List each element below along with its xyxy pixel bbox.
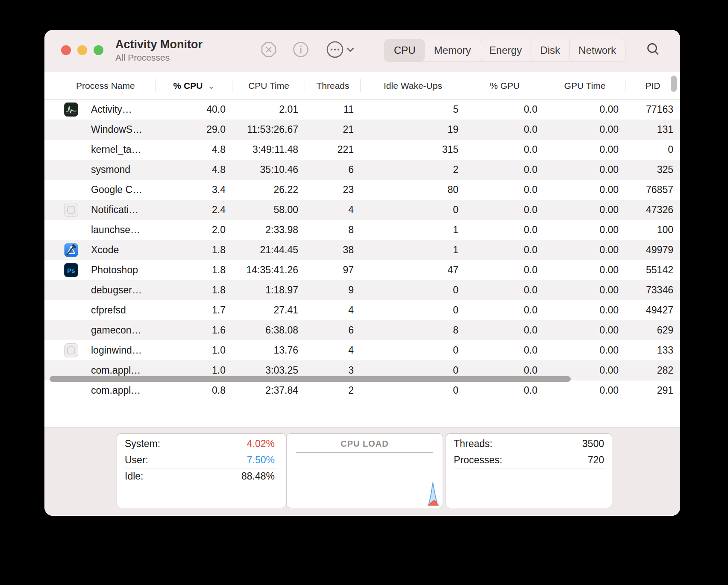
horizontal-scrollbar[interactable] (50, 376, 571, 382)
cell-threads: 4 (305, 200, 361, 220)
window-title: Activity Monitor (115, 37, 203, 52)
cell-gpu-time: 0.00 (544, 180, 625, 200)
stat-row-idle: Idle:88.48% (125, 468, 278, 484)
tab-disk[interactable]: Disk (531, 39, 569, 61)
column-header-gpu[interactable]: % GPU (465, 72, 544, 99)
cell-gpu: 0.0 (465, 300, 544, 320)
process-name-label: Xcode (91, 244, 119, 256)
tab-memory[interactable]: Memory (425, 39, 480, 61)
column-header-idle-wake-ups[interactable]: Idle Wake-Ups (361, 72, 465, 99)
process-name-label: gamecon… (91, 325, 141, 336)
ellipsis-circle-icon (326, 41, 344, 60)
cell-threads: 4 (305, 300, 361, 320)
column-header-cpu[interactable]: % CPU⌄ (156, 72, 232, 99)
cell-threads: 4 (305, 340, 361, 360)
stat-row-processes: Processes:720 (454, 452, 604, 468)
cell-cpu-time: 58.00 (232, 200, 305, 220)
cell-process-name: Notificati… (44, 200, 156, 220)
stat-value: 7.50% (247, 454, 278, 466)
process-table: Process Name% CPU⌄CPU TimeThreadsIdle Wa… (44, 72, 680, 401)
cell-idle-wake-ups: 0 (361, 280, 465, 300)
process-row[interactable]: gamecon…1.66:38.08680.00.00629 (44, 320, 680, 340)
search-button[interactable] (644, 41, 662, 59)
tab-energy[interactable]: Energy (480, 39, 531, 61)
cell-process-name: loginwind… (44, 340, 156, 360)
inspect-process-button[interactable] (292, 41, 310, 59)
activity-monitor-icon (64, 102, 78, 117)
options-dropdown-button[interactable] (345, 44, 356, 56)
process-row[interactable]: WindowS…29.011:53:26.6721190.00.00131 (44, 120, 680, 140)
cell-idle-wake-ups: 80 (361, 180, 465, 200)
process-row[interactable]: Notificati…2.458.00400.00.0047326 (44, 200, 680, 220)
process-row[interactable]: launchse…2.02:33.98810.00.00100 (44, 220, 680, 240)
cell-gpu-time: 0.00 (544, 240, 625, 260)
cell-process-name: launchse… (44, 220, 156, 240)
cell-pid: 291 (625, 380, 680, 401)
zoom-button[interactable] (94, 45, 103, 55)
cell-gpu: 0.0 (465, 180, 544, 200)
column-header-process-name[interactable]: Process Name (44, 72, 156, 99)
options-menu-button[interactable] (326, 41, 344, 59)
stat-row-user: User:7.50% (125, 452, 278, 468)
cell-gpu-time: 0.00 (544, 340, 625, 360)
cell-idle-wake-ups: 19 (361, 120, 465, 140)
cell-gpu-time: 0.00 (544, 380, 625, 401)
cell-cpu: 4.8 (156, 140, 232, 160)
cpu-summary-rows: System:4.02%User:7.50%Idle:88.48% (117, 434, 286, 484)
app-icon-placeholder (64, 143, 78, 157)
process-row[interactable]: PsPhotoshop1.814:35:41.2697470.00.005514… (44, 260, 680, 280)
cell-cpu-time: 1:18.97 (232, 280, 305, 300)
cell-gpu: 0.0 (465, 160, 544, 180)
process-row[interactable]: sysmond4.835:10.46620.00.00325 (44, 160, 680, 180)
cell-threads: 21 (305, 120, 361, 140)
cell-process-name: WindowS… (44, 120, 156, 140)
cpu-load-divider (296, 452, 433, 453)
cell-cpu: 40.0 (156, 99, 232, 120)
app-icon-placeholder (64, 383, 78, 398)
app-icon-placeholder (64, 223, 78, 237)
process-row[interactable]: Activity…40.02.011150.00.0077163 (44, 99, 680, 120)
process-row[interactable]: Google C…3.426.2223800.00.0076857 (44, 180, 680, 200)
desktop-background: { "window": { "title": "Activity Monitor… (0, 0, 728, 585)
cell-idle-wake-ups: 0 (361, 340, 465, 360)
cell-pid: 76857 (625, 180, 680, 200)
column-header-cpu-time[interactable]: CPU Time (232, 72, 305, 99)
cell-idle-wake-ups: 0 (361, 200, 465, 220)
tab-cpu[interactable]: CPU (385, 39, 425, 61)
cell-gpu-time: 0.00 (544, 260, 625, 280)
process-name-label: com.appl… (91, 385, 141, 396)
cell-threads: 97 (305, 260, 361, 280)
process-row[interactable]: debugser…1.81:18.97900.00.0073346 (44, 280, 680, 300)
stat-value: 88.48% (241, 471, 278, 482)
cell-threads: 23 (305, 180, 361, 200)
cell-process-name: Activity… (44, 99, 156, 120)
process-row[interactable]: com.appl…0.82:37.84200.00.00291 (44, 380, 680, 401)
process-row[interactable]: Xcode1.821:44.453810.00.0049979 (44, 240, 680, 260)
titlebar[interactable]: Activity Monitor All Processes (44, 30, 680, 72)
cell-process-name: sysmond (44, 160, 156, 180)
search-icon (645, 41, 661, 59)
column-header-gpu-time[interactable]: GPU Time (544, 72, 625, 99)
minimize-button[interactable] (77, 45, 87, 55)
stat-label: Processes: (454, 454, 502, 466)
close-button[interactable] (61, 45, 71, 55)
cpu-summary-box: System:4.02%User:7.50%Idle:88.48% (117, 433, 286, 508)
process-name-label: Activity… (91, 104, 132, 115)
quit-process-button[interactable] (260, 41, 278, 59)
process-row[interactable]: loginwind…1.013.76400.00.00133 (44, 340, 680, 360)
cell-cpu-time: 13.76 (232, 340, 305, 360)
cell-pid: 77163 (625, 99, 680, 120)
cell-pid: 131 (625, 120, 680, 140)
cpu-load-graph (287, 458, 442, 507)
stop-octagon-icon (260, 41, 277, 59)
vertical-scrollbar[interactable] (671, 76, 677, 92)
column-header-threads[interactable]: Threads (305, 72, 361, 99)
cell-gpu: 0.0 (465, 99, 544, 120)
process-row[interactable]: kernel_ta…4.83:49:11.482213150.00.000 (44, 140, 680, 160)
tab-network[interactable]: Network (569, 39, 625, 61)
cell-cpu: 1.7 (156, 300, 232, 320)
process-row[interactable]: cfprefsd1.727.41400.00.0049427 (44, 300, 680, 320)
cell-cpu: 4.8 (156, 160, 232, 180)
cell-gpu-time: 0.00 (544, 160, 625, 180)
cell-cpu: 1.0 (156, 340, 232, 360)
